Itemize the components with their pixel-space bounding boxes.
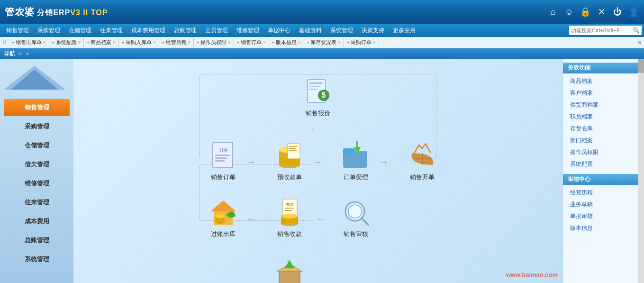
svg-rect-20 [289, 148, 296, 149]
sidebar-item-debt[interactable]: 借欠管理 [4, 156, 70, 173]
flow-item-post-out[interactable]: 过账出库 [202, 197, 245, 238]
flow-item-sales-open[interactable]: 销售开单 [401, 140, 444, 182]
sidebar-item-system[interactable]: 系统管理 [4, 251, 70, 268]
flow-label-order-accept: 订单受理 [344, 173, 368, 182]
arrow-right-1: → [246, 156, 256, 168]
flow-item-sales-order[interactable]: 订单 销售订单 [202, 140, 245, 182]
svg-text:收款: 收款 [286, 202, 294, 207]
search-box[interactable]: 🔍 [569, 26, 642, 35]
user-icon[interactable]: 👤 [628, 7, 639, 17]
nav-purchase[interactable]: 采购管理 [34, 25, 64, 36]
flow-label-sales-open: 销售开单 [410, 173, 435, 182]
panel-link-operator[interactable]: 操作员权限 [563, 146, 638, 158]
right-scrollbar[interactable] [638, 59, 644, 283]
svg-rect-36 [285, 210, 292, 211]
sales-return-icon [273, 259, 306, 283]
sales-quote-icon: $ [301, 76, 335, 107]
tab-product[interactable]: 商品档案× [84, 37, 119, 48]
sidebar-item-cost[interactable]: 成本费用 [4, 213, 70, 230]
tab-sales-order[interactable]: 销售订单× [234, 37, 269, 48]
sidebar: 销售管理 采购管理 仓储管理 借欠管理 维修管理 往来管理 成本费用 总账管理 … [0, 59, 73, 283]
home-icon[interactable]: ⌂ [547, 7, 559, 17]
panel-link-sysconfig[interactable]: 系统配置 [563, 158, 638, 170]
close-circle-icon[interactable]: ✕ [596, 7, 607, 17]
nav-transactions[interactable]: 往来管理 [96, 25, 127, 36]
panel-link-supplier[interactable]: 供货商档案 [563, 99, 638, 111]
tab-operator-perms[interactable]: 操作员权限× [194, 37, 234, 48]
sidebar-item-purchase[interactable]: 采购管理 [4, 118, 70, 135]
flow-label-sales-order: 销售订单 [211, 173, 236, 182]
post-out-icon [207, 197, 240, 228]
svg-rect-25 [356, 141, 358, 148]
panel-link-version[interactable]: 版本信息 [563, 222, 638, 234]
tab-system-config[interactable]: 系统配置× [49, 37, 84, 48]
nav-basic[interactable]: 基础资料 [295, 25, 326, 36]
flow-item-order-accept[interactable]: 订单受理 [335, 140, 377, 182]
flow-item-prepay[interactable]: 预收款单 [268, 140, 311, 182]
sidebar-item-ledger[interactable]: 总账管理 [4, 232, 70, 249]
search-input[interactable] [571, 27, 633, 33]
tab-purchase-order[interactable]: 采购订单× [344, 37, 379, 48]
navbar: 销售管理 采购管理 仓储管理 往来管理 成本费用管理 总账管理 会员管理 维修管… [0, 24, 644, 37]
tab-inventory-status[interactable]: 库存状况表× [304, 37, 345, 48]
right-panel: 关联功能 商品档案 客户档案 供货商档案 职员档案 存货仓库 部门档案 操作员权… [562, 59, 638, 283]
svg-rect-10 [215, 155, 230, 156]
flow-label-sales-audit: 销售审核 [344, 230, 368, 238]
svg-rect-35 [285, 208, 294, 209]
arrow-right-3: → [379, 156, 389, 168]
nav-member[interactable]: 会员管理 [201, 25, 232, 36]
flow-item-sales-quote[interactable]: $ 销售报价 [297, 76, 339, 118]
svg-rect-19 [289, 146, 298, 147]
svg-rect-23 [343, 148, 355, 153]
nav-ledger[interactable]: 总账管理 [170, 25, 200, 36]
user-group-icon[interactable]: ☺ [563, 7, 575, 17]
panel-link-draft[interactable]: 业务草稿 [563, 199, 638, 210]
sidebar-item-transactions[interactable]: 往来管理 [4, 194, 70, 211]
svg-rect-43 [279, 272, 300, 283]
nav-repair[interactable]: 维修管理 [233, 25, 263, 36]
sub-nav-tab[interactable]: ☆ [18, 51, 22, 57]
sidebar-item-sales[interactable]: 销售管理 [4, 99, 70, 116]
search-button[interactable]: 🔍 [633, 27, 640, 34]
sidebar-item-warehouse[interactable]: 仓储管理 [4, 137, 70, 154]
scrollbar-thumb[interactable] [638, 59, 644, 73]
tab-history[interactable]: 经营历程× [159, 37, 194, 48]
flow-item-sales-receipt[interactable]: 收款 销售收款 [268, 197, 311, 238]
flow-label-sales-receipt: 销售收款 [277, 230, 302, 238]
power-icon[interactable]: ⏻ [612, 7, 623, 17]
sub-nav-close-icon[interactable]: × [26, 51, 29, 56]
panel-link-product[interactable]: 商品档案 [563, 75, 638, 87]
nav-sales[interactable]: 销售管理 [2, 25, 33, 36]
lock-icon[interactable]: 🔒 [580, 7, 591, 17]
nav-system[interactable]: 系统管理 [327, 25, 357, 36]
nav-more[interactable]: 更多应用 [389, 25, 419, 36]
close-all-tabs-button[interactable]: × [638, 39, 642, 46]
panel-section-related-title: 关联功能 [563, 63, 638, 73]
flow-label-prepay: 预收款单 [277, 173, 302, 182]
flow-item-sales-return[interactable]: 销售退货 [268, 259, 311, 283]
panel-link-dept[interactable]: 部门档案 [563, 135, 638, 146]
panel-link-staff[interactable]: 职员档案 [563, 111, 638, 123]
nav-document[interactable]: 单据中心 [264, 25, 294, 36]
sidebar-item-repair[interactable]: 维修管理 [4, 175, 70, 192]
nav-decision[interactable]: 决策支持 [358, 25, 388, 36]
flow-label-sales-quote: 销售报价 [306, 109, 330, 118]
tab-version[interactable]: 版本信息× [269, 37, 304, 48]
panel-link-customer[interactable]: 客户档案 [563, 87, 638, 99]
tab-sales-outbound[interactable]: 销售出库单× [9, 37, 49, 48]
flow-diagram: $ 销售报价 ↓ 订单 销售订单 [176, 72, 460, 271]
tab-purchase-inbound[interactable]: 采购入库单× [119, 37, 159, 48]
flow-item-sales-audit[interactable]: 销售审核 [335, 197, 377, 238]
panel-link-biz-history[interactable]: 经营历程 [563, 187, 638, 199]
svg-marker-28 [210, 201, 236, 211]
header: 管农婆 分销ERPV3 II TOP ⌂ ☺ 🔒 ✕ ⏻ 👤 [0, 0, 644, 24]
svg-rect-18 [288, 144, 300, 159]
tab-refresh-icon[interactable]: ↺ [2, 39, 7, 46]
panel-link-warehouse[interactable]: 存货仓库 [563, 123, 638, 135]
sub-nav-label: 导航 [4, 50, 15, 58]
nav-cost[interactable]: 成本费用管理 [127, 25, 169, 36]
nav-warehouse[interactable]: 仓储管理 [65, 25, 95, 36]
panel-link-doc-audit[interactable]: 单据审核 [563, 210, 638, 222]
svg-marker-45 [285, 260, 294, 268]
arrow-left-1: ← [316, 213, 326, 225]
